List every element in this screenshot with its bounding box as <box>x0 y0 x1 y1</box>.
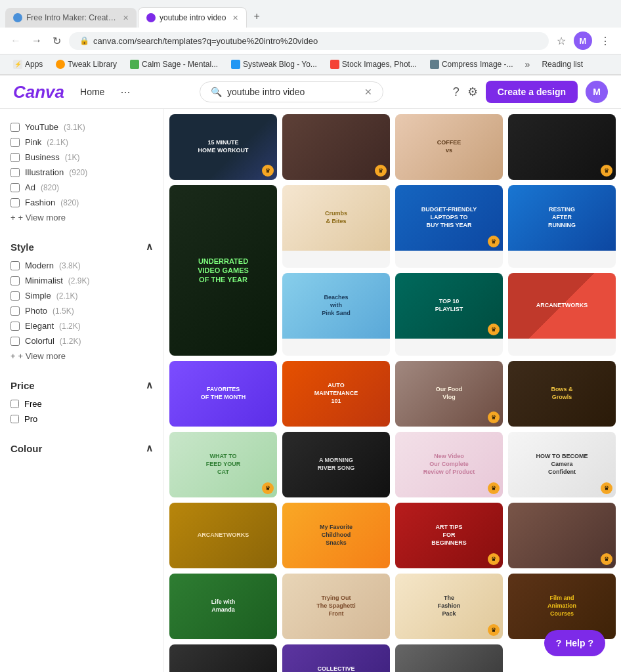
filter-youtube-checkbox[interactable] <box>11 123 20 132</box>
template-card[interactable]: RESTING AFTER RUNNING▶ <box>508 185 616 268</box>
new-tab-button[interactable]: + <box>248 5 265 28</box>
url-bar[interactable]: 🔒 canva.com/search/templates?q=youtube%2… <box>69 32 549 50</box>
filter-pink[interactable]: Pink (2.1K) <box>11 135 153 150</box>
create-design-button[interactable]: Create a design <box>486 81 578 103</box>
template-card[interactable]: New Video Our Complete Review of Product… <box>395 432 503 497</box>
reload-button[interactable]: ↻ <box>50 32 64 50</box>
filter-minimalist[interactable]: Minimalist (2.9K) <box>11 273 153 288</box>
play-button[interactable]: ▶ <box>439 207 460 228</box>
style-section-title[interactable]: Style ∧ <box>11 236 153 258</box>
search-clear-button[interactable]: ✕ <box>364 87 372 97</box>
play-button[interactable]: ▶ <box>551 207 572 228</box>
back-button[interactable]: ← <box>8 32 24 49</box>
filter-youtube[interactable]: YouTube (3.1K) <box>11 119 153 135</box>
search-input[interactable] <box>227 87 359 97</box>
filter-colorful-checkbox[interactable] <box>11 337 20 346</box>
template-card[interactable]: ▶ <box>169 644 277 672</box>
play-button[interactable]: ▶ <box>326 525 347 546</box>
play-button[interactable]: ▶ <box>213 136 234 158</box>
template-card[interactable]: AUTO MAINTENANCE 101▶ <box>282 361 390 427</box>
template-card[interactable]: Trying Out The Spaghetti Front▶ <box>282 574 390 639</box>
play-button[interactable]: ▶ <box>439 667 460 672</box>
filter-modern[interactable]: Modern (3.8K) <box>11 258 153 273</box>
filter-photo-checkbox[interactable] <box>11 306 20 316</box>
play-button[interactable]: ▶ <box>326 596 347 617</box>
filter-fashion[interactable]: Fashion (820) <box>11 195 153 210</box>
user-avatar[interactable]: M <box>586 81 608 103</box>
template-card[interactable]: WHAT TO FEED YOUR CAT▶♛ <box>169 432 277 497</box>
home-nav[interactable]: Home <box>75 83 110 101</box>
template-card[interactable]: ▶ <box>395 644 503 672</box>
play-button[interactable]: ▶ <box>213 596 234 617</box>
bookmarks-more-button[interactable]: » <box>521 57 534 72</box>
filter-minimalist-checkbox[interactable] <box>11 276 20 285</box>
profile-avatar[interactable]: M <box>574 32 592 50</box>
play-button[interactable]: ▶ <box>551 295 572 316</box>
filter-colorful[interactable]: Colorful (1.2K) <box>11 333 153 348</box>
play-button[interactable]: ▶ <box>439 596 460 617</box>
play-button[interactable]: ▶ <box>551 383 572 404</box>
play-button[interactable]: ▶ <box>551 525 572 546</box>
template-card[interactable]: Bows & Growls▶ <box>508 361 616 427</box>
template-card[interactable]: UNDERRATED VIDEO GAMES OF THE YEAR▶ <box>169 185 277 356</box>
filter-pink-checkbox[interactable] <box>11 138 20 147</box>
play-button[interactable]: ▶ <box>326 383 347 404</box>
filter-elegant-checkbox[interactable] <box>11 322 20 331</box>
colour-section-title[interactable]: Colour ∧ <box>11 437 153 459</box>
help-icon[interactable]: ? <box>453 85 460 99</box>
play-button[interactable]: ▶ <box>439 136 460 158</box>
filter-illustration-checkbox[interactable] <box>11 168 20 177</box>
play-button[interactable]: ▶ <box>439 454 460 475</box>
play-button[interactable]: ▶ <box>439 383 460 404</box>
play-button[interactable]: ▶ <box>551 596 572 617</box>
bookmark-compress[interactable]: Compress Image -... <box>425 58 519 71</box>
bookmark-icon[interactable]: ☆ <box>554 32 568 50</box>
template-card[interactable]: FAVORITES OF THE MONTH▶ <box>169 361 277 427</box>
more-nav[interactable]: ··· <box>120 85 130 99</box>
play-button[interactable]: ▶ <box>213 454 234 475</box>
template-card[interactable]: ART TIPS FOR BEGINNERS▶♛ <box>395 503 503 568</box>
filter-fashion-checkbox[interactable] <box>11 198 20 207</box>
play-button[interactable]: ▶ <box>213 383 234 404</box>
tab-1-close[interactable]: ✕ <box>123 14 129 22</box>
filter-simple[interactable]: Simple (2.1K) <box>11 288 153 303</box>
category-view-more[interactable]: + + View more <box>11 210 153 225</box>
settings-icon[interactable]: ⚙ <box>467 85 478 99</box>
play-button[interactable]: ▶ <box>326 207 347 228</box>
template-card[interactable]: 15 MINUTE HOME WORKOUT▶♛ <box>169 114 277 180</box>
play-button[interactable]: ▶ <box>326 136 347 158</box>
template-card[interactable]: ARCANETWORKS▶ <box>508 273 616 356</box>
template-card[interactable]: COFFEE vs▶ <box>395 114 503 180</box>
template-card[interactable]: My Favorite Childhood Snacks▶ <box>282 503 390 568</box>
template-card[interactable]: Beaches with Pink Sand▶ <box>282 273 390 356</box>
filter-business[interactable]: Business (1K) <box>11 150 153 165</box>
template-card[interactable]: A MORNING RIVER SONG▶ <box>282 432 390 497</box>
forward-button[interactable]: → <box>29 32 45 49</box>
play-button[interactable]: ▶ <box>326 295 347 316</box>
template-card[interactable]: COLLECTIVE COALITION PARTY DEBATE▶ <box>282 644 390 672</box>
template-card[interactable]: ARCANETWORKS▶ <box>169 503 277 568</box>
play-button[interactable]: ▶ <box>326 667 347 672</box>
bookmark-calmsage[interactable]: Calm Sage - Mental... <box>125 58 223 71</box>
play-button[interactable]: ▶ <box>326 454 347 475</box>
template-card[interactable]: ▶♛ <box>282 114 390 180</box>
price-free[interactable]: Free <box>11 396 153 411</box>
template-card[interactable]: ▶♛ <box>508 503 616 568</box>
play-button[interactable]: ▶ <box>439 295 460 316</box>
price-free-checkbox[interactable] <box>11 400 19 408</box>
price-pro-checkbox[interactable] <box>11 415 19 423</box>
filter-illustration[interactable]: Illustration (920) <box>11 165 153 180</box>
filter-photo[interactable]: Photo (1.5K) <box>11 303 153 318</box>
price-pro[interactable]: Pro <box>11 411 153 427</box>
filter-business-checkbox[interactable] <box>11 153 20 162</box>
bookmark-reading[interactable]: Reading list <box>536 58 588 71</box>
template-card[interactable]: Life with Amanda▶ <box>169 574 277 639</box>
filter-ad[interactable]: Ad (820) <box>11 180 153 195</box>
play-button[interactable]: ▶ <box>213 525 234 546</box>
tab-2-close[interactable]: ✕ <box>232 14 238 22</box>
filter-ad-checkbox[interactable] <box>11 183 20 192</box>
template-card[interactable]: TOP 10 PLAYLIST▶♛ <box>395 273 503 356</box>
template-card[interactable]: ▶♛ <box>508 114 616 180</box>
template-card[interactable]: Crumbs & Bites▶ <box>282 185 390 268</box>
template-card[interactable]: Our Food Vlog▶♛ <box>395 361 503 427</box>
